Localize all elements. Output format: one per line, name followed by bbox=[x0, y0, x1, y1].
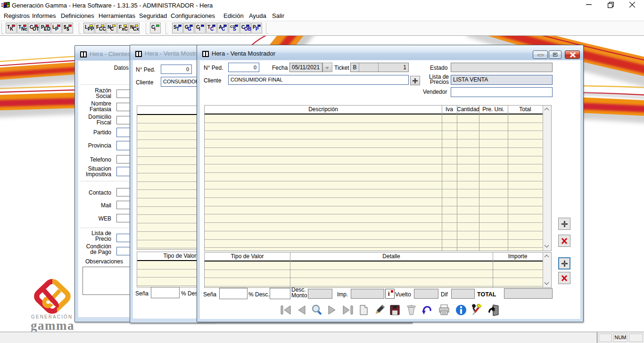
svg-text:gamma: gamma bbox=[31, 318, 74, 332]
